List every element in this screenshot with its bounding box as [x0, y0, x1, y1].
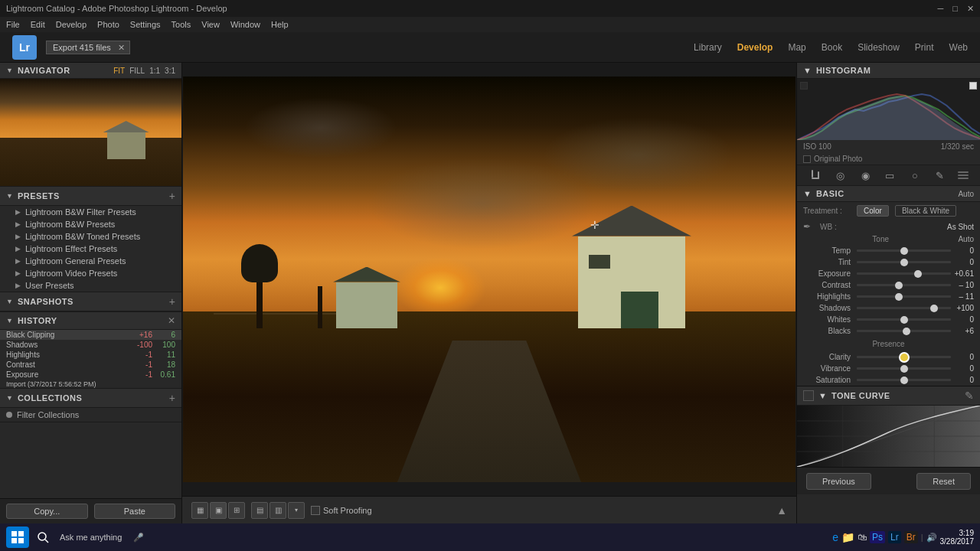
network-icon[interactable]: 🔊 [926, 533, 937, 543]
preset-item-bw-filter[interactable]: ▶ Lightroom B&W Filter Presets [0, 206, 181, 218]
preset-item-effects[interactable]: ▶ Lightroom Effect Presets [0, 243, 181, 255]
paste-button[interactable]: Paste [94, 504, 176, 519]
zoom-3-1[interactable]: 3:1 [165, 67, 175, 75]
menu-settings[interactable]: Settings [130, 20, 161, 29]
history-header[interactable]: ▼ History ✕ [0, 312, 181, 330]
menu-edit[interactable]: Edit [31, 20, 45, 29]
basic-header[interactable]: ▼ Basic Auto [797, 186, 980, 202]
history-item-black-clipping[interactable]: Black Clipping +16 6 [0, 330, 181, 340]
highlights-handle[interactable] [895, 293, 903, 301]
bridge-icon[interactable]: Br [904, 531, 918, 543]
vibrance-handle[interactable] [900, 365, 908, 373]
saturation-handle[interactable] [900, 377, 908, 384]
history-item-exposure[interactable]: Exposure -1 0.61 [0, 370, 181, 380]
previous-button[interactable]: Previous [806, 473, 871, 490]
whites-slider[interactable] [857, 318, 951, 321]
zoom-fit[interactable]: FIT [113, 67, 125, 75]
minimize-button[interactable]: ─ [938, 4, 944, 14]
zoom-fill[interactable]: FILL [129, 67, 145, 75]
grid-view-button[interactable]: ▦ [191, 502, 208, 519]
navigator-header[interactable]: ▼ Navigator FIT FILL 1:1 3:1 [0, 63, 181, 79]
export-close-button[interactable]: ✕ [118, 43, 125, 53]
collections-add-button[interactable]: + [169, 392, 175, 404]
edge-icon[interactable]: e [832, 531, 838, 543]
aspect-2-button[interactable]: ▥ [270, 502, 286, 519]
menu-tools[interactable]: Tools [172, 20, 191, 29]
vibrance-slider[interactable] [857, 367, 951, 370]
spot-removal-icon[interactable]: ◎ [834, 168, 848, 182]
file-explorer-icon[interactable]: 📁 [841, 531, 854, 543]
menu-file[interactable]: File [6, 20, 20, 29]
preset-item-user[interactable]: ▶ User Presets [0, 279, 181, 292]
close-button[interactable]: ✕ [967, 4, 974, 14]
contrast-slider[interactable] [857, 284, 951, 286]
photo-area[interactable]: ✛ [182, 63, 796, 496]
crop-tool-icon[interactable] [808, 168, 822, 182]
tone-curve-edit-icon[interactable]: ✎ [965, 390, 974, 402]
filter-collections-item[interactable]: Filter Collections [0, 408, 181, 422]
reset-button[interactable]: Reset [916, 473, 971, 490]
voice-button[interactable]: 🎤 [128, 527, 149, 548]
preset-item-video[interactable]: ▶ Lightroom Video Presets [0, 267, 181, 279]
maximize-button[interactable]: □ [952, 4, 958, 14]
windows-start-button[interactable] [6, 527, 29, 548]
tone-curve-canvas[interactable] [797, 406, 980, 467]
nav-web[interactable]: Web [949, 42, 968, 53]
treatment-bw-button[interactable]: Black & White [895, 205, 956, 217]
store-icon[interactable]: 🛍 [858, 532, 867, 543]
loupe-view-button[interactable]: ▣ [210, 502, 227, 519]
menu-photo[interactable]: Photo [97, 20, 119, 29]
menu-window[interactable]: Window [230, 20, 260, 29]
presets-add-button[interactable]: + [169, 190, 175, 202]
aspect-3-button[interactable]: ▾ [288, 502, 305, 519]
graduated-filter-icon[interactable]: ▭ [883, 168, 897, 182]
hist-highlight-clip-icon[interactable] [969, 82, 977, 90]
contrast-handle[interactable] [895, 282, 903, 289]
copy-button[interactable]: Copy... [6, 504, 88, 519]
tint-handle[interactable] [900, 259, 908, 266]
highlights-slider[interactable] [857, 295, 951, 298]
menu-view[interactable]: View [201, 20, 220, 29]
menu-develop[interactable]: Develop [56, 20, 87, 29]
snapshots-header[interactable]: ▼ Snapshots + [0, 292, 181, 311]
nav-map[interactable]: Map [788, 42, 805, 53]
collections-header[interactable]: ▼ Collections + [0, 389, 181, 408]
blacks-handle[interactable] [903, 328, 910, 335]
clarity-slider[interactable] [857, 356, 951, 358]
zoom-1-1[interactable]: 1:1 [149, 67, 160, 75]
exposure-handle[interactable] [914, 270, 922, 278]
red-eye-icon[interactable]: ◉ [858, 168, 872, 182]
photoshop-icon[interactable]: Ps [870, 531, 885, 543]
history-item-import[interactable]: Import (3/7/2017 5:56:52 PM) [0, 380, 181, 389]
soft-proofing-checkbox[interactable] [311, 506, 320, 515]
history-clear-button[interactable]: ✕ [168, 315, 175, 326]
search-taskbar-button[interactable] [32, 527, 54, 548]
nav-library[interactable]: Library [694, 42, 722, 53]
nav-book[interactable]: Book [822, 42, 842, 53]
tone-auto-button[interactable]: Auto [958, 235, 974, 243]
tint-slider[interactable] [857, 261, 951, 263]
nav-print[interactable]: Print [915, 42, 934, 53]
adjustment-brush-icon[interactable]: ✎ [933, 168, 946, 182]
shadows-slider[interactable] [857, 307, 951, 309]
history-item-contrast[interactable]: Contrast -1 18 [0, 360, 181, 370]
tone-curve-header[interactable]: ▼ Tone Curve ✎ [797, 386, 980, 406]
preset-item-bw-toned[interactable]: ▶ Lightroom B&W Toned Presets [0, 230, 181, 243]
history-item-highlights[interactable]: Highlights -1 11 [0, 350, 181, 360]
aspect-1-button[interactable]: ▤ [251, 502, 268, 519]
histogram-header[interactable]: ▼ Histogram [797, 63, 980, 79]
treatment-color-button[interactable]: Color [857, 205, 889, 217]
preset-item-bw[interactable]: ▶ Lightroom B&W Presets [0, 218, 181, 230]
wb-eyedropper-icon[interactable]: ✒ [803, 221, 814, 232]
hist-shadow-clip-icon[interactable] [800, 82, 808, 90]
temp-slider[interactable] [857, 249, 951, 252]
search-bar[interactable]: Ask me anything [57, 533, 125, 542]
shadows-handle[interactable] [930, 305, 938, 312]
history-item-shadows[interactable]: Shadows -100 100 [0, 340, 181, 350]
toolbar-expand-button[interactable]: ▲ [776, 504, 787, 517]
presets-header[interactable]: ▼ Presets + [0, 187, 181, 206]
auto-button[interactable]: Auto [958, 190, 974, 198]
nav-develop[interactable]: Develop [737, 42, 773, 53]
snapshots-add-button[interactable]: + [169, 295, 175, 308]
compare-view-button[interactable]: ⊞ [228, 502, 245, 519]
